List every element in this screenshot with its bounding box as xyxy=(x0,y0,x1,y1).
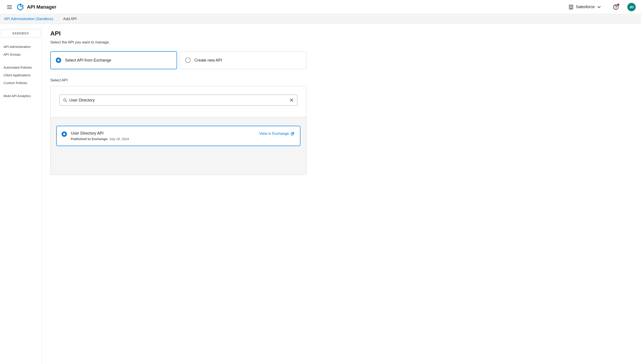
app-logo[interactable]: API Manager xyxy=(17,4,56,10)
hexagon-logo-icon xyxy=(17,4,24,10)
radio-card-create-new-api[interactable]: Create new API xyxy=(180,51,306,69)
breadcrumb: API Administration (Sandbox) Add API xyxy=(0,14,641,24)
svg-rect-5 xyxy=(571,6,572,6)
clear-search-button[interactable] xyxy=(290,98,294,102)
business-group-name: Salesforce xyxy=(576,5,595,9)
sidebar-item-api-administration[interactable]: API Administration xyxy=(0,43,42,50)
app-title: API Manager xyxy=(27,4,56,10)
radio-label: Select API from Exchange xyxy=(65,58,111,63)
notification-dot-icon xyxy=(617,4,619,6)
radio-selected-icon xyxy=(62,132,67,137)
svg-rect-6 xyxy=(570,7,570,8)
close-icon xyxy=(290,98,293,102)
breadcrumb-root-link[interactable]: API Administration (Sandbox) xyxy=(4,17,57,21)
published-date: July 18, 2024 xyxy=(109,137,129,141)
building-icon xyxy=(569,5,573,10)
radio-selected-icon xyxy=(56,58,61,63)
view-in-exchange-link[interactable]: View in Exchange xyxy=(259,132,294,136)
api-source-radio-group: Select API from Exchange Create new API xyxy=(50,51,306,69)
hamburger-menu-button[interactable] xyxy=(6,4,13,10)
business-group-switcher[interactable]: Salesforce xyxy=(567,4,602,10)
radio-unselected-icon xyxy=(185,58,191,63)
published-label: Published to Exchange: xyxy=(71,137,108,141)
search-input[interactable] xyxy=(69,98,287,102)
svg-point-10 xyxy=(616,8,616,8)
svg-line-12 xyxy=(66,101,67,102)
svg-line-15 xyxy=(292,132,294,134)
breadcrumb-current: Add API xyxy=(60,17,77,21)
search-results: User Directory API Published to Exchange… xyxy=(51,117,306,175)
hamburger-icon xyxy=(7,5,12,9)
search-icon xyxy=(63,98,67,102)
api-result-title: User Directory API xyxy=(71,131,255,136)
sidebar-item-automated-policies[interactable]: Automated Policies xyxy=(0,64,42,71)
radio-label: Create new API xyxy=(195,58,222,63)
page-title: API xyxy=(50,30,306,37)
sidebar-item-mule-api-analytics[interactable]: Mule API Analytics xyxy=(0,92,42,100)
chevron-down-icon xyxy=(597,6,601,8)
sidebar: SANDBOX API Administration API Groups Au… xyxy=(0,24,42,364)
top-bar: API Manager Salesforce JD xyxy=(0,0,641,14)
sidebar-item-api-groups[interactable]: API Groups xyxy=(0,50,42,58)
sidebar-group: Automated Policies Client Applications C… xyxy=(0,64,42,87)
search-field[interactable] xyxy=(59,95,297,106)
sidebar-group: Mule API Analytics xyxy=(0,92,42,100)
select-api-panel: User Directory API Published to Exchange… xyxy=(50,86,306,175)
page-subtitle: Select the API you want to manage. xyxy=(50,40,306,44)
api-result-meta: Published to Exchange: July 18, 2024 xyxy=(71,137,255,141)
select-api-label: Select API xyxy=(50,78,306,82)
search-area xyxy=(51,86,306,117)
sidebar-item-client-applications[interactable]: Client Applications xyxy=(0,71,42,79)
svg-rect-4 xyxy=(570,6,570,6)
sidebar-group: API Administration API Groups xyxy=(0,43,42,58)
view-in-exchange-label: View in Exchange xyxy=(259,132,289,136)
help-button[interactable] xyxy=(613,4,619,10)
main-content: API Select the API you want to manage. S… xyxy=(42,24,641,364)
svg-rect-8 xyxy=(570,8,571,9)
user-avatar[interactable]: JD xyxy=(627,3,636,11)
external-link-icon xyxy=(291,132,294,136)
svg-rect-7 xyxy=(571,7,572,8)
api-result-card[interactable]: User Directory API Published to Exchange… xyxy=(56,126,300,146)
sidebar-item-custom-policies[interactable]: Custom Policies xyxy=(0,79,42,87)
breadcrumb-separator-icon xyxy=(57,17,60,21)
environment-selector[interactable]: SANDBOX xyxy=(1,29,41,38)
radio-card-select-from-exchange[interactable]: Select API from Exchange xyxy=(50,51,177,69)
